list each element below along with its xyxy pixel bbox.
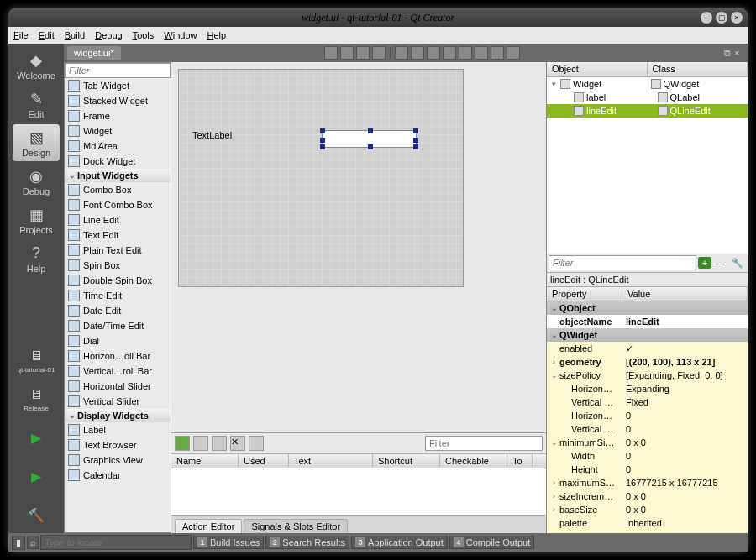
menu-debug[interactable]: Debug — [95, 30, 122, 40]
layout-hsplit-icon[interactable] — [427, 46, 440, 60]
widgetbox-item[interactable]: Stacked Widget — [65, 93, 171, 108]
mode-welcome[interactable]: ◆Welcome — [13, 47, 60, 84]
property-value[interactable]: Fixed — [622, 397, 748, 407]
widgetbox-item[interactable]: Label — [65, 422, 171, 437]
resize-handle[interactable] — [413, 138, 418, 143]
layout-vsplit-icon[interactable] — [443, 46, 456, 60]
property-row[interactable]: objectNamelineEdit — [547, 315, 748, 328]
col-value[interactable]: Value — [622, 287, 748, 301]
widgetbox-item[interactable]: Frame — [65, 108, 171, 123]
widgetbox-item[interactable]: Horizon…oll Bar — [65, 348, 171, 364]
menu-help[interactable]: Help — [207, 30, 226, 40]
menu-file[interactable]: File — [13, 30, 29, 40]
edit-taborder-icon[interactable] — [372, 46, 386, 60]
maximize-button[interactable]: ▢ — [716, 12, 727, 24]
property-value[interactable]: 0 x 0 — [622, 505, 748, 515]
property-list[interactable]: ⌄QObjectobjectNamelineEdit⌄QWidgetenable… — [547, 301, 748, 533]
property-row[interactable]: ›baseSize0 x 0 — [547, 503, 748, 516]
property-row[interactable]: ›sizeIncrem…0 x 0 — [547, 489, 748, 503]
output-pane-button[interactable]: 4Compile Output — [449, 536, 534, 549]
locator-input[interactable] — [40, 535, 192, 550]
menu-tools[interactable]: Tools — [133, 30, 155, 40]
widgetbox-item[interactable]: Text Edit — [65, 228, 171, 243]
action-list[interactable] — [171, 468, 546, 515]
resize-handle[interactable] — [320, 128, 325, 133]
build-selector[interactable]: 🖥Release — [13, 380, 60, 417]
mode-help[interactable]: ?Help — [13, 240, 60, 277]
widgetbox-item[interactable]: Graphics View — [65, 453, 171, 468]
bottom-tab[interactable]: Signals & Slots Editor — [244, 519, 348, 533]
widgetbox-item[interactable]: Text Browser — [65, 437, 171, 453]
widgetbox-item[interactable]: Horizontal Slider — [65, 379, 171, 394]
property-value[interactable]: 0 x 0 — [622, 437, 748, 447]
widgetbox-item[interactable]: Line Edit — [65, 212, 171, 228]
document-tab[interactable]: widget.ui* — [67, 46, 121, 60]
form-widget[interactable]: TextLabel — [178, 69, 464, 287]
object-inspector-tree[interactable]: ▾WidgetQWidgetlabelQLabellineEditQLineEd… — [547, 77, 748, 254]
menu-edit[interactable]: Edit — [39, 30, 55, 40]
delete-action-icon[interactable]: ✕ — [230, 436, 245, 451]
minimize-button[interactable]: – — [701, 12, 712, 24]
widgetbox-item[interactable]: Vertical Slider — [65, 394, 171, 409]
property-row[interactable]: Vertical …Fixed — [547, 395, 748, 409]
widgetbox-item[interactable]: Combo Box — [65, 182, 171, 197]
widgetbox-item[interactable]: Plain Text Edit — [65, 243, 171, 258]
run-button[interactable]: ▶ — [13, 419, 60, 456]
widgetbox-item[interactable]: Double Spin Box — [65, 273, 171, 288]
property-row[interactable]: Horizon…0 — [547, 409, 748, 422]
widgetbox-item[interactable]: Date Edit — [65, 303, 171, 318]
mode-projects[interactable]: ▦Projects — [13, 201, 60, 238]
object-row[interactable]: labelQLabel — [547, 91, 748, 104]
property-row[interactable]: ⌄minimumSi…0 x 0 — [547, 436, 748, 449]
property-value[interactable]: 0 — [622, 451, 748, 461]
debug-run-button[interactable]: ▶ — [13, 458, 60, 495]
property-row[interactable]: Horizon…Expanding — [547, 382, 748, 395]
widgetbox-item[interactable]: Time Edit — [65, 288, 171, 303]
form-canvas-area[interactable]: TextLabel — [171, 62, 546, 432]
resize-handle[interactable] — [413, 128, 418, 133]
close-button[interactable]: × — [731, 12, 743, 24]
restore-icon[interactable]: ⧉ — [724, 48, 734, 58]
resize-handle[interactable] — [368, 128, 373, 133]
project-selector[interactable]: 🖥qt-tutorial-01 — [13, 342, 60, 379]
paste-action-icon[interactable] — [212, 436, 227, 451]
output-pane-button[interactable]: 2Search Results — [265, 536, 349, 549]
property-row[interactable]: Height0 — [547, 463, 748, 476]
build-button[interactable]: 🔨 — [13, 496, 60, 533]
property-value[interactable]: 16777215 x 16777215 — [622, 478, 748, 488]
property-row[interactable]: paletteInherited — [547, 516, 748, 530]
edit-signals-icon[interactable] — [340, 46, 354, 60]
widgetbox-item[interactable]: Font Combo Box — [65, 197, 171, 212]
menu-build[interactable]: Build — [65, 30, 85, 40]
col-object[interactable]: Object — [547, 62, 648, 76]
output-pane-button[interactable]: 1Build Issues — [193, 536, 264, 549]
property-value[interactable]: 0 — [622, 424, 748, 434]
toggle-sidebar-button[interactable]: ▮ — [12, 536, 25, 550]
property-value[interactable]: lineEdit — [622, 317, 748, 327]
action-col[interactable]: Used — [239, 454, 289, 468]
widgetbox-item[interactable]: MdiArea — [65, 139, 171, 154]
break-layout-icon[interactable] — [491, 46, 504, 60]
widgetbox-item[interactable]: Dock Widget — [65, 154, 171, 169]
property-row[interactable]: Vertical …0 — [547, 422, 748, 436]
layout-h-icon[interactable] — [395, 46, 408, 60]
property-row[interactable]: enabled✓ — [547, 342, 748, 355]
layout-grid-icon[interactable] — [459, 46, 472, 60]
property-value[interactable]: [(200, 100), 113 x 21] — [622, 357, 748, 367]
action-col[interactable]: Name — [171, 454, 239, 468]
property-value[interactable]: ✓ — [622, 343, 748, 354]
col-class[interactable]: Class — [648, 62, 748, 76]
property-group[interactable]: ⌄QObject — [547, 301, 748, 315]
menu-window[interactable]: Window — [164, 30, 197, 40]
action-filter[interactable] — [425, 436, 543, 451]
col-property[interactable]: Property — [547, 287, 622, 301]
mode-design[interactable]: ▧Design — [13, 124, 60, 161]
action-col[interactable]: To — [507, 454, 533, 468]
copy-action-icon[interactable] — [193, 436, 208, 451]
property-filter[interactable] — [549, 255, 696, 270]
resize-handle[interactable] — [368, 144, 373, 149]
property-value[interactable]: [Expanding, Fixed, 0, 0] — [622, 370, 748, 380]
widgetbox-list[interactable]: Tab WidgetStacked WidgetFrameWidgetMdiAr… — [65, 78, 171, 532]
close-panel-icon[interactable]: × — [734, 48, 744, 58]
layout-form-icon[interactable] — [475, 46, 488, 60]
